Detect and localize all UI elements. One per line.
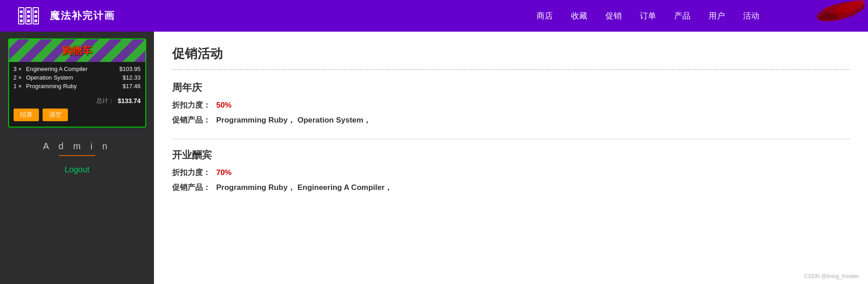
- promo-products-value-2: Programming Ruby， Engineering A Compiler…: [216, 183, 392, 192]
- header: 魔法补完计画 商店 收藏 促销 订单 产品 用户 活动: [0, 0, 868, 32]
- section-divider-top: [172, 69, 850, 70]
- nav-promotions[interactable]: 促销: [605, 10, 622, 21]
- promo-products-row-2: 促销产品： Programming Ruby， Engineering A Co…: [172, 182, 850, 193]
- svg-rect-5: [27, 10, 30, 13]
- cart-item-qty: 2 ×: [14, 74, 24, 81]
- promo-products-label-1: 促销产品：: [172, 116, 211, 124]
- cart-item-qty: 3 ×: [14, 66, 24, 72]
- page-title: 促销活动: [172, 45, 850, 62]
- promo-title-2: 开业酬宾: [172, 148, 850, 162]
- cart-item-price: $17.46: [123, 83, 141, 90]
- layout: 购物车 3 × Engineering A Compiler $103.95 2…: [0, 32, 868, 284]
- promo-title-1: 周年庆: [172, 81, 850, 95]
- cart-item-price: $103.95: [120, 66, 141, 72]
- promo-products-label-2: 促销产品：: [172, 183, 211, 192]
- nav-activities[interactable]: 活动: [743, 10, 759, 21]
- svg-rect-9: [34, 10, 37, 13]
- svg-rect-2: [20, 15, 23, 18]
- cart-items: 3 × Engineering A Compiler $103.95 2 × O…: [9, 62, 145, 95]
- svg-rect-3: [20, 19, 23, 22]
- cart-widget: 购物车 3 × Engineering A Compiler $103.95 2…: [8, 38, 146, 128]
- cart-item: 1 × Programming Ruby $17.46: [14, 83, 141, 90]
- checkout-button[interactable]: 结算: [14, 109, 39, 121]
- promo-section-2: 开业酬宾 折扣力度： 70% 促销产品： Programming Ruby， E…: [172, 148, 850, 193]
- nav-favorites[interactable]: 收藏: [571, 10, 587, 21]
- svg-rect-10: [34, 15, 37, 18]
- promo-products-row-1: 促销产品： Programming Ruby， Operation System…: [172, 115, 850, 125]
- admin-name: A d m i n: [43, 141, 111, 151]
- nav-products[interactable]: 产品: [674, 10, 691, 21]
- sidebar: 购物车 3 × Engineering A Compiler $103.95 2…: [0, 32, 154, 284]
- main-content: 促销活动 周年庆 折扣力度： 50% 促销产品： Programming Rub…: [154, 32, 868, 284]
- cart-item-name: Operation System: [26, 74, 120, 81]
- logo-area: 魔法补完计画: [18, 7, 115, 25]
- nav-users[interactable]: 用户: [709, 10, 725, 21]
- cart-item-name: Programming Ruby: [26, 83, 120, 90]
- logout-link[interactable]: Logout: [64, 165, 89, 174]
- nav: 商店 收藏 促销 订单 产品 用户 活动: [537, 10, 759, 21]
- promo-discount-value-1: 50%: [216, 101, 231, 109]
- watermark: CSDN @living_frontier: [804, 273, 859, 279]
- cart-total-label: 总计：: [96, 97, 114, 105]
- svg-rect-6: [27, 15, 30, 18]
- svg-rect-1: [20, 10, 23, 13]
- nav-shop[interactable]: 商店: [537, 10, 553, 21]
- svg-rect-11: [34, 19, 37, 22]
- cart-item: 3 × Engineering A Compiler $103.95: [14, 66, 141, 72]
- promo-discount-label-2: 折扣力度：: [172, 168, 211, 177]
- cart-header: 购物车: [9, 39, 145, 62]
- cart-total: 总计： $133.74: [9, 95, 145, 109]
- cart-item-name: Engineering A Compiler: [26, 66, 117, 72]
- logo-svg-icon: [18, 7, 45, 25]
- promo-section-1: 周年庆 折扣力度： 50% 促销产品： Programming Ruby， Op…: [172, 81, 850, 125]
- admin-section: A d m i n Logout: [43, 141, 111, 175]
- cart-actions: 结算 清空: [9, 109, 145, 127]
- cart-title: 购物车: [62, 45, 92, 56]
- promo-discount-row-1: 折扣力度： 50%: [172, 100, 850, 110]
- clear-cart-button[interactable]: 清空: [43, 109, 68, 121]
- cart-item-qty: 1 ×: [14, 83, 24, 90]
- promo-discount-label-1: 折扣力度：: [172, 101, 211, 109]
- nav-orders[interactable]: 订单: [640, 10, 656, 21]
- logo-text: 魔法补完计画: [50, 9, 115, 23]
- header-decoration: [768, 0, 868, 32]
- promo-products-value-1: Programming Ruby， Operation System，: [216, 116, 371, 124]
- cart-item: 2 × Operation System $12.33: [14, 74, 141, 81]
- promo-divider: [172, 139, 850, 139]
- svg-rect-7: [27, 19, 30, 22]
- promo-discount-row-2: 折扣力度： 70%: [172, 167, 850, 178]
- logo-brackets: [18, 7, 45, 25]
- admin-divider: [59, 155, 95, 156]
- cart-total-amount: $133.74: [118, 97, 141, 104]
- cart-item-price: $12.33: [123, 74, 141, 81]
- promo-discount-value-2: 70%: [216, 168, 231, 177]
